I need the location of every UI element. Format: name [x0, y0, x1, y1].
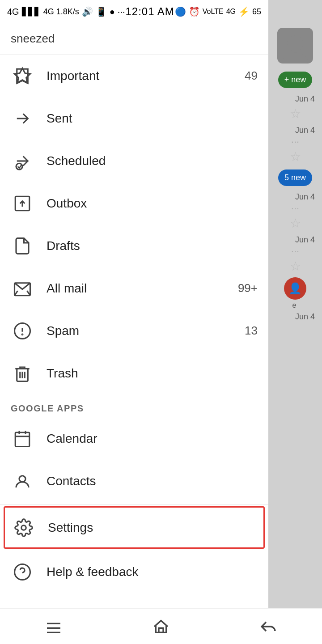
- account-row[interactable]: sneezed: [0, 23, 268, 55]
- scheduled-icon: [11, 149, 34, 173]
- nav-item-important[interactable]: Important 49: [0, 55, 268, 97]
- ellipsis-2: ···: [291, 203, 299, 214]
- status-right: 🔵 ⏰ VoLTE 4G ⚡ 65: [175, 6, 261, 17]
- avatar: [277, 28, 313, 64]
- bolt-icon: ⚡: [238, 6, 250, 17]
- account-name: sneezed: [11, 32, 55, 46]
- whatsapp-icon: 📱: [96, 6, 107, 17]
- drafts-label: Drafts: [47, 239, 258, 253]
- more-icon: ···: [118, 7, 125, 17]
- date-4: Jun 4: [268, 235, 318, 245]
- dot-icon: ●: [110, 7, 115, 17]
- navigation-drawer: 4G ▋▋▋ 4G 1.8K/s 🔊 📱 ● ··· 12:01 AM 🔵 ⏰ …: [0, 0, 268, 644]
- new-badge-blue: 5 new: [278, 169, 312, 186]
- battery-text: 65: [252, 7, 261, 17]
- contacts-icon: [11, 470, 34, 493]
- alarm-icon: ⏰: [189, 6, 200, 17]
- bottom-navigation: [0, 608, 322, 644]
- date-5: Jun 4: [268, 312, 318, 322]
- allmail-icon: [11, 277, 34, 300]
- star-4: ☆: [290, 259, 301, 274]
- nav-item-sent[interactable]: Sent: [0, 97, 268, 140]
- bluetooth-icon: 🔵: [175, 6, 186, 17]
- important-count: 49: [245, 69, 258, 83]
- right-panel: + new Jun 4 ☆ Jun 4 ··· ☆ 5 new Jun 4 ··…: [268, 0, 322, 644]
- spam-label: Spam: [47, 324, 245, 338]
- clock: 12:01 AM: [125, 5, 174, 18]
- status-left: 4G ▋▋▋ 4G 1.8K/s 🔊 📱 ● ···: [7, 6, 125, 17]
- star-2: ☆: [290, 149, 301, 164]
- sent-label: Sent: [47, 111, 258, 126]
- spam-icon: [11, 319, 34, 343]
- lte-icon: 4G: [226, 8, 236, 16]
- important-icon: [11, 64, 34, 88]
- nav-item-help[interactable]: Help & feedback: [0, 551, 268, 593]
- date-3: Jun 4: [268, 192, 318, 202]
- volte-icon: VoLTE: [203, 8, 224, 16]
- status-bar: 4G ▋▋▋ 4G 1.8K/s 🔊 📱 ● ··· 12:01 AM 🔵 ⏰ …: [0, 0, 268, 23]
- nav-item-calendar[interactable]: Calendar: [0, 417, 268, 460]
- audio-icon: 🔊: [82, 6, 93, 17]
- nav-item-spam[interactable]: Spam 13: [0, 309, 268, 352]
- signal-icon: 4G: [7, 7, 19, 17]
- nav-item-allmail[interactable]: All mail 99+: [0, 267, 268, 309]
- calendar-icon: [11, 427, 34, 450]
- nav-item-settings[interactable]: Settings: [4, 506, 265, 549]
- svg-rect-29: [159, 628, 163, 632]
- svg-rect-18: [15, 432, 30, 447]
- date-1: Jun 4: [268, 94, 318, 104]
- svg-point-23: [21, 525, 26, 530]
- help-icon: [11, 560, 34, 584]
- spam-count: 13: [245, 324, 258, 338]
- svg-point-22: [19, 475, 25, 482]
- star-1: ☆: [290, 106, 301, 121]
- trash-icon: [11, 362, 34, 385]
- svg-point-24: [15, 564, 30, 580]
- svg-point-1: [283, 52, 308, 64]
- ellipsis-3: ···: [291, 246, 299, 257]
- trash-label: Trash: [47, 366, 258, 381]
- svg-point-0: [287, 35, 303, 51]
- google-apps-header: GOOGLE APPS: [0, 394, 268, 417]
- drafts-icon: [11, 234, 34, 258]
- signal-bars: ▋▋▋: [22, 7, 41, 17]
- menu-button[interactable]: [36, 613, 72, 640]
- help-label: Help & feedback: [47, 565, 258, 579]
- contact-avatar: 👤: [284, 277, 306, 300]
- scheduled-label: Scheduled: [47, 154, 258, 168]
- nav-item-trash[interactable]: Trash: [0, 352, 268, 394]
- nav-item-scheduled[interactable]: Scheduled: [0, 140, 268, 182]
- calendar-label: Calendar: [47, 432, 258, 446]
- back-button[interactable]: [250, 613, 286, 640]
- nav-item-drafts[interactable]: Drafts: [0, 225, 268, 267]
- home-button[interactable]: [143, 613, 179, 640]
- important-label: Important: [47, 69, 245, 83]
- nav-item-contacts[interactable]: Contacts: [0, 460, 268, 502]
- star-3: ☆: [290, 216, 301, 231]
- allmail-count: 99+: [238, 281, 258, 295]
- nav-item-outbox[interactable]: Outbox: [0, 182, 268, 225]
- svg-point-12: [22, 334, 23, 335]
- speed-text: 4G 1.8K/s: [43, 7, 79, 17]
- date-2: Jun 4: [268, 126, 318, 135]
- contacts-label: Contacts: [47, 474, 258, 488]
- new-badge-green: + new: [278, 72, 313, 88]
- divider-1: [0, 504, 268, 504]
- outbox-label: Outbox: [47, 196, 258, 211]
- outbox-icon: [11, 192, 34, 215]
- label-e: e: [292, 301, 298, 309]
- allmail-label: All mail: [47, 281, 238, 296]
- ellipsis-1: ···: [291, 136, 299, 148]
- settings-label: Settings: [48, 521, 256, 535]
- sent-icon: [11, 107, 34, 130]
- settings-icon: [12, 516, 35, 539]
